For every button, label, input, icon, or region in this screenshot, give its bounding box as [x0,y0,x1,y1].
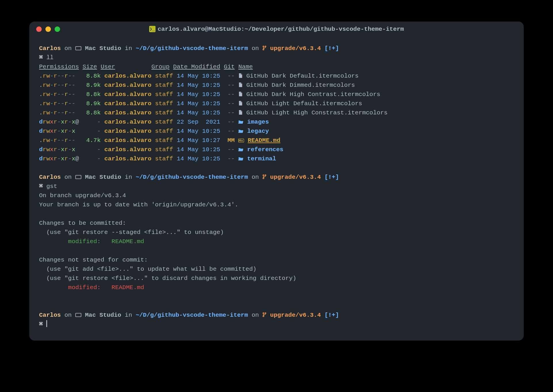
file-type-icon [238,91,243,98]
branch-icon [262,45,266,52]
prompt-symbol: ⌘ [39,321,43,328]
svg-point-6 [263,175,264,176]
prompt-in: in [125,45,132,52]
file-type-icon [238,109,243,116]
window-title: ❯_ carlos.alvaro@MacStudio:~/Developer/g… [29,26,524,32]
file-row: .rw-r--r-- 8.8k carlos.alvaro staff 14 M… [39,91,380,98]
file-type-icon [238,155,243,162]
prompt-path: ~/D/g/github-vscode-theme-iterm [136,45,248,52]
hdr-name: Name [238,64,253,70]
file-row: .rw-r--r-- 8.8k carlos.alvaro staff 14 M… [39,109,387,116]
svg-rect-5 [76,175,81,179]
traffic-lights [36,26,60,32]
cmd-ll: ll [46,54,53,61]
prompt-on2: on [251,45,259,52]
terminal-body[interactable]: Carlos on Mac Studio in ~/D/g/github-vsc… [29,36,524,341]
file-type-icon [238,119,243,125]
minimize-button[interactable] [45,26,51,32]
gst-unstaged-file: modified: README.md [39,284,144,291]
svg-point-1 [263,46,264,47]
host-icon [75,45,81,52]
hdr-user: User [101,64,115,70]
terminal-icon: ❯_ [149,26,155,32]
cursor [46,320,47,327]
prompt-user: Carlos [39,45,61,52]
prompt-branch: upgrade/v6.3.4 [270,45,321,52]
file-row: drwxr-xr-x - carlos.alvaro staff 14 May … [39,128,269,134]
host-icon [75,312,81,318]
branch-icon [262,312,266,318]
gst-unstaged-hint1: (use "git add <file>..." to update what … [39,266,256,272]
hdr-group: Group [151,64,170,70]
gst-branch: On branch upgrade/v6.3.4 [39,192,126,199]
prompt-line-2: Carlos on Mac Studio in ~/D/g/github-vsc… [39,174,339,180]
hdr-git: Git [224,64,235,70]
prompt-line-1: Carlos on Mac Studio in ~/D/g/github-vsc… [39,45,339,52]
hdr-date: Date Modified [173,64,220,70]
file-type-icon [238,146,243,153]
prompt-line-3: Carlos on Mac Studio in ~/D/g/github-vsc… [39,312,339,318]
svg-point-11 [265,313,266,314]
gst-staged-file: modified: README.md [39,238,144,245]
svg-point-8 [263,178,264,179]
file-type-icon [238,82,243,89]
svg-rect-9 [76,313,81,317]
file-row: .rw-r--r-- 8.8k carlos.alvaro staff 14 M… [39,73,359,79]
file-row: .rw-r--r-- 8.9k carlos.alvaro staff 14 M… [39,82,355,89]
gst-unstaged-hdr: Changes not staged for commit: [39,257,148,263]
file-type-icon [238,137,244,144]
file-row: drwxr-xr-x@ - carlos.alvaro staff 14 May… [39,155,276,162]
zoom-button[interactable] [55,26,60,32]
file-type-icon [238,128,243,134]
file-type-icon [238,100,243,107]
gst-staged-hdr: Changes to be committed: [39,220,126,226]
svg-rect-0 [76,47,81,50]
branch-icon [262,174,266,180]
host-icon [75,174,81,180]
prompt-symbol: ⌘ [39,54,43,61]
file-row: .rw-r--r-- 4.7k carlos.alvaro staff 14 M… [39,137,280,144]
file-list: .rw-r--r-- 8.8k carlos.alvaro staff 14 M… [39,72,514,164]
prompt-on: on [64,45,72,52]
prompt-host: Mac Studio [85,45,121,52]
svg-point-7 [265,175,266,176]
svg-point-12 [263,316,264,317]
file-row: .rw-r--r-- 8.9k carlos.alvaro staff 14 M… [39,100,362,107]
svg-point-3 [263,49,264,50]
terminal-window: ❯_ carlos.alvaro@MacStudio:~/Developer/g… [29,22,524,341]
prompt-symbol: ⌘ [39,183,43,190]
hdr-size: Size [82,64,97,70]
gst-staged-hint: (use "git restore --staged <file>..." to… [39,229,224,236]
titlebar: ❯_ carlos.alvaro@MacStudio:~/Developer/g… [29,22,524,36]
file-row: drwxr-xr-x - carlos.alvaro staff 14 May … [39,146,283,153]
file-row: drwxr-xr-x@ - carlos.alvaro staff 22 Sep… [39,119,269,125]
gst-uptodate: Your branch is up to date with 'origin/u… [39,201,238,208]
hdr-perm: Permissions [39,64,79,70]
prompt-flags: [!+] [324,45,339,52]
file-type-icon [238,73,243,79]
cmd-gst: gst [46,183,57,190]
window-title-text: carlos.alvaro@MacStudio:~/Developer/gith… [158,26,404,32]
close-button[interactable] [36,26,42,32]
gst-unstaged-hint2: (use "git restore <file>..." to discard … [39,275,296,282]
svg-point-10 [263,313,264,314]
svg-point-2 [265,46,266,47]
